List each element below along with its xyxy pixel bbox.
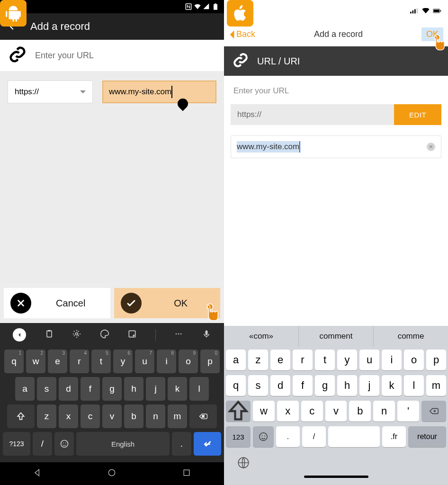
key-u[interactable]: u <box>359 350 379 370</box>
more-icon[interactable] <box>174 329 183 341</box>
key-y[interactable]: y6 <box>113 350 133 373</box>
key-m[interactable]: m <box>426 375 446 396</box>
android-phone: Add a record Enter your URL https:// www… <box>0 0 224 485</box>
suggestion[interactable]: comme <box>374 326 448 347</box>
key-e[interactable]: e <box>270 350 290 370</box>
key-b[interactable]: b <box>349 401 371 422</box>
key-'[interactable]: ' <box>397 401 419 422</box>
key-s[interactable]: s <box>37 377 56 401</box>
period-key[interactable]: . <box>172 432 191 456</box>
key-b[interactable]: b <box>124 404 143 428</box>
key-l[interactable]: l <box>404 375 424 396</box>
key-r[interactable]: r4 <box>70 350 89 373</box>
key-g[interactable]: g <box>315 375 335 396</box>
key-r[interactable]: r <box>293 350 313 370</box>
key-f[interactable]: f <box>81 377 100 401</box>
scheme-dropdown[interactable]: https:// <box>8 81 93 103</box>
tld-key[interactable]: .fr <box>382 426 406 447</box>
return-key[interactable] <box>194 432 221 456</box>
key-p[interactable]: p0 <box>200 350 220 373</box>
note-icon[interactable] <box>127 329 137 341</box>
key-a[interactable]: a <box>226 350 246 370</box>
key-c[interactable]: c <box>81 404 100 428</box>
gear-icon[interactable] <box>72 329 81 341</box>
return-key[interactable]: retour <box>408 426 446 447</box>
key-d[interactable]: d <box>270 375 290 396</box>
clipboard-icon[interactable] <box>45 329 54 341</box>
emoji-key[interactable] <box>54 432 74 456</box>
slash-key[interactable]: / <box>33 432 52 456</box>
back-button[interactable]: Back <box>229 29 255 40</box>
key-v[interactable]: v <box>102 404 122 428</box>
key-t[interactable]: t <box>315 350 335 370</box>
space-key[interactable] <box>328 426 380 447</box>
key-q[interactable]: q <box>226 375 246 396</box>
kb-back-icon[interactable] <box>13 328 26 341</box>
symbols-key[interactable]: ?123 <box>3 432 30 456</box>
ios-badge <box>227 0 253 27</box>
key-s[interactable]: s <box>248 375 268 396</box>
cancel-button[interactable]: Cancel <box>4 288 110 318</box>
globe-icon[interactable] <box>237 457 250 471</box>
key-x[interactable]: x <box>59 404 78 428</box>
url-input[interactable]: www.my-site.com <box>102 81 216 103</box>
emoji-key[interactable] <box>253 426 274 447</box>
key-o[interactable]: o <box>404 350 424 370</box>
key-t[interactable]: t5 <box>91 350 111 373</box>
key-j[interactable]: j <box>359 375 379 396</box>
backspace-key[interactable] <box>421 401 446 422</box>
key-m[interactable]: m <box>168 404 187 428</box>
key-g[interactable]: g <box>102 377 122 401</box>
key-u[interactable]: u7 <box>135 350 154 373</box>
shift-key[interactable] <box>7 404 35 428</box>
space-key[interactable]: English <box>76 432 170 456</box>
backspace-key[interactable] <box>189 404 217 428</box>
edit-button[interactable]: EDIT <box>394 104 441 125</box>
key-h[interactable]: h <box>337 375 357 396</box>
nav-home-icon[interactable] <box>107 468 116 479</box>
ok-button[interactable]: OK <box>114 288 221 318</box>
key-q[interactable]: q1 <box>4 350 24 373</box>
key-i[interactable]: i <box>382 350 402 370</box>
key-l[interactable]: l <box>189 377 209 401</box>
suggestion[interactable]: comment <box>299 326 374 347</box>
url-label: Enter your URL <box>35 51 94 61</box>
key-k[interactable]: k <box>382 375 402 396</box>
key-d[interactable]: d <box>59 377 78 401</box>
key-x[interactable]: x <box>277 401 299 422</box>
url-uri-bar: URL / URI <box>224 46 448 76</box>
key-v[interactable]: v <box>325 401 347 422</box>
key-o[interactable]: o9 <box>179 350 198 373</box>
key-w[interactable]: w2 <box>26 350 45 373</box>
shift-key[interactable] <box>226 401 251 422</box>
key-a[interactable]: a <box>15 377 35 401</box>
suggestion[interactable]: «com» <box>224 326 299 347</box>
slash-key[interactable]: / <box>302 426 326 447</box>
url-label-row: Enter your URL <box>0 40 224 71</box>
palette-icon[interactable] <box>100 329 109 341</box>
key-c[interactable]: c <box>301 401 323 422</box>
key-h[interactable]: h <box>124 377 143 401</box>
key-y[interactable]: y <box>337 350 357 370</box>
mic-icon[interactable] <box>202 329 211 341</box>
nav-back-icon[interactable] <box>33 468 42 479</box>
key-k[interactable]: k <box>168 377 187 401</box>
key-w[interactable]: w <box>253 401 275 422</box>
ok-button[interactable]: OK <box>421 27 443 41</box>
home-indicator[interactable] <box>224 476 448 485</box>
key-n[interactable]: n <box>373 401 395 422</box>
period-key[interactable]: . <box>276 426 300 447</box>
key-e[interactable]: e3 <box>48 350 67 373</box>
tap-hand-icon <box>203 303 221 325</box>
key-f[interactable]: f <box>293 375 313 396</box>
clear-icon[interactable]: ✕ <box>427 143 435 151</box>
key-i[interactable]: i8 <box>157 350 176 373</box>
nav-recent-icon[interactable] <box>182 468 191 479</box>
symbols-key[interactable]: 123 <box>226 426 251 447</box>
key-j[interactable]: j <box>146 377 165 401</box>
key-n[interactable]: n <box>146 404 165 428</box>
key-z[interactable]: z <box>248 350 268 370</box>
key-p[interactable]: p <box>426 350 446 370</box>
key-z[interactable]: z <box>37 404 56 428</box>
url-input[interactable]: www.my-site.com ✕ <box>231 135 441 158</box>
